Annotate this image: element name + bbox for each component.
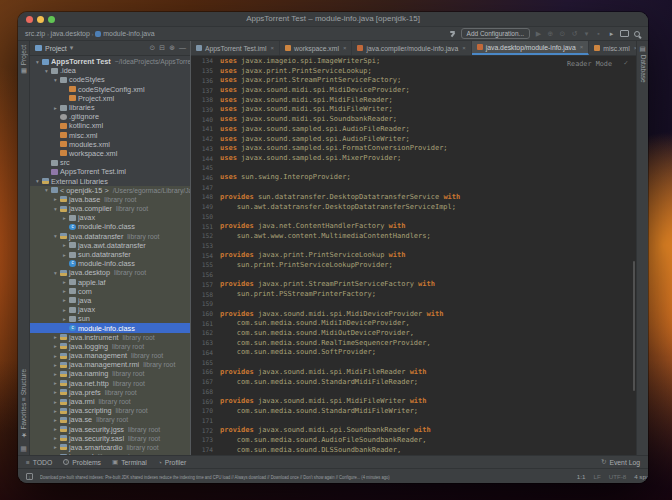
- code-line[interactable]: 171: [191, 416, 636, 426]
- tree-item[interactable]: ▸java.net.httplibrary root: [30, 379, 190, 388]
- code-line[interactable]: 138uses javax.sound.midi.spi.MidiFileRea…: [191, 95, 636, 105]
- run-anything-icon[interactable]: ▸: [607, 30, 616, 38]
- tree-collapsed-arrow-icon[interactable]: ▸: [61, 279, 68, 285]
- tree-collapsed-arrow-icon[interactable]: ▸: [52, 426, 59, 432]
- tree-item[interactable]: ▸sun: [30, 314, 190, 323]
- tree-collapsed-arrow-icon[interactable]: ▸: [61, 316, 68, 322]
- tree-item[interactable]: ▸apple.laf: [30, 278, 190, 287]
- code-line[interactable]: 172provides javax.sound.midi.spi.Soundba…: [191, 425, 636, 435]
- tree-collapsed-arrow-icon[interactable]: ▸: [61, 307, 68, 313]
- code-line[interactable]: 140uses javax.sound.midi.spi.SoundbankRe…: [191, 114, 636, 124]
- tree-item[interactable]: ▸java.security.jgsslibrary root: [30, 425, 190, 434]
- tree-item[interactable]: ▸libraries: [30, 103, 190, 112]
- tree-item[interactable]: ▸java.smartcardiolibrary root: [30, 443, 190, 452]
- editor-scrollbar[interactable]: [633, 261, 636, 391]
- status-segment[interactable]: LF: [593, 473, 600, 480]
- rerun-icon[interactable]: ↺: [570, 30, 579, 38]
- tree-item[interactable]: ▾java.compilerlibrary root: [30, 204, 190, 213]
- code-line[interactable]: 169provides javax.sound.midi.spi.MidiFil…: [191, 396, 636, 406]
- coverage-icon[interactable]: ⊙: [558, 30, 567, 38]
- tree-item[interactable]: cmodule-info.class: [30, 259, 190, 268]
- breadcrumb-item[interactable]: src.zip: [25, 30, 45, 37]
- tree-collapsed-arrow-icon[interactable]: ▸: [52, 389, 59, 395]
- code-line[interactable]: 160provides javax.sound.midi.spi.MidiDev…: [191, 309, 636, 319]
- status-segment[interactable]: UTF-8: [609, 473, 627, 480]
- code-line[interactable]: 164 com.sun.media.sound.SoftProvider;: [191, 348, 636, 358]
- status-segment[interactable]: 1:1: [577, 473, 586, 480]
- tree-collapsed-arrow-icon[interactable]: ▸: [52, 334, 59, 340]
- tree-collapsed-arrow-icon[interactable]: ▸: [52, 417, 59, 423]
- tree-item[interactable]: AppsTorrent Test.iml: [30, 167, 190, 176]
- breadcrumb-item[interactable]: module-info.java: [95, 30, 154, 37]
- tree-item[interactable]: .gitignore: [30, 112, 190, 121]
- code-line[interactable]: 174 com.sun.media.sound.DLSSoundbankRead…: [191, 445, 636, 455]
- code-line[interactable]: 167 com.sun.media.sound.StandardMidiFile…: [191, 377, 636, 387]
- code-line[interactable]: 156: [191, 270, 636, 280]
- code-line[interactable]: 173 com.sun.media.sound.AudioFileSoundba…: [191, 435, 636, 445]
- tree-collapsed-arrow-icon[interactable]: ▸: [61, 288, 68, 294]
- run-icon[interactable]: ▶: [534, 30, 543, 38]
- tree-item[interactable]: ▾< openjdk-15 >/Users/egormac/Library/Ja…: [30, 186, 190, 195]
- shared-indexes-icon[interactable]: ↓: [26, 473, 33, 480]
- editor-tab[interactable]: misc.xml×: [589, 41, 636, 55]
- sidebar-item-favorites-structure[interactable]: ★ Favorites ≡ Structure: [20, 365, 28, 443]
- code-line[interactable]: 150: [191, 212, 636, 222]
- tree-expanded-arrow-icon[interactable]: ▾: [52, 270, 59, 276]
- tree-item[interactable]: ▸java: [30, 296, 190, 305]
- problems-button[interactable]: !Problems: [63, 458, 101, 466]
- layout-icon[interactable]: [620, 30, 629, 37]
- code-line[interactable]: 136uses javax.print.StreamPrintServiceFa…: [191, 75, 636, 85]
- breadcrumb-item[interactable]: java.desktop: [51, 30, 90, 37]
- code-line[interactable]: 162 com.sun.media.sound.MidiOutDevicePro…: [191, 328, 636, 338]
- tree-collapsed-arrow-icon[interactable]: ▸: [52, 371, 59, 377]
- hide-icon[interactable]: —: [179, 44, 186, 52]
- tree-item[interactable]: cmodule-info.class: [30, 323, 190, 332]
- tree-expanded-arrow-icon[interactable]: ▾: [43, 68, 50, 74]
- editor-tab[interactable]: workspace.xml×: [280, 41, 352, 55]
- settings-icon[interactable]: ⊛: [169, 44, 175, 52]
- tree-item[interactable]: ▸javax: [30, 305, 190, 314]
- tree-item[interactable]: Project.xml: [30, 94, 190, 103]
- tab-close-icon[interactable]: ×: [462, 45, 466, 51]
- code-line[interactable]: 166provides javax.sound.midi.spi.MidiFil…: [191, 367, 636, 377]
- tree-collapsed-arrow-icon[interactable]: ▸: [52, 343, 59, 349]
- debug-icon[interactable]: ⊕: [546, 30, 555, 38]
- stop-icon[interactable]: ▪: [594, 30, 603, 37]
- tree-item[interactable]: ▸java.management.rmilibrary root: [30, 360, 190, 369]
- tab-close-icon[interactable]: ×: [343, 45, 347, 51]
- code-line[interactable]: 147: [191, 182, 636, 192]
- code-line[interactable]: 141uses javax.sound.sampled.spi.AudioFil…: [191, 124, 636, 134]
- tree-collapsed-arrow-icon[interactable]: ▸: [52, 399, 59, 405]
- code-line[interactable]: 158 sun.print.PSStreamPrinterFactory;: [191, 289, 636, 299]
- tree-item[interactable]: ▸java.logginglibrary root: [30, 342, 190, 351]
- tree-expanded-arrow-icon[interactable]: ▾: [52, 233, 59, 239]
- editor-tab[interactable]: AppsTorrent Test.iml×: [191, 41, 280, 55]
- event-log-button[interactable]: ↻ Event Log: [601, 458, 640, 466]
- code-line[interactable]: 153: [191, 241, 636, 251]
- todo-button[interactable]: ≡TODO: [26, 458, 52, 466]
- maximize-window-button[interactable]: [48, 16, 55, 23]
- tree-collapsed-arrow-icon[interactable]: ▸: [52, 444, 59, 450]
- tree-collapsed-arrow-icon[interactable]: ▸: [52, 362, 59, 368]
- code-line[interactable]: 159: [191, 299, 636, 309]
- code-line[interactable]: 155 sun.print.PrintServiceLookupProvider…: [191, 260, 636, 270]
- tree-item[interactable]: codeStyleConfig.xml: [30, 85, 190, 94]
- tree-collapsed-arrow-icon[interactable]: ▸: [52, 435, 59, 441]
- project-toolwindow-header[interactable]: Project ▾ ⊙⊟⊛—: [30, 41, 190, 56]
- tree-collapsed-arrow-icon[interactable]: ▸: [61, 297, 68, 303]
- tree-item[interactable]: ▾codeStyles: [30, 75, 190, 84]
- tree-collapsed-arrow-icon[interactable]: ▸: [61, 242, 68, 248]
- code-line[interactable]: 149 sun.awt.datatransfer.DesktopDatatran…: [191, 202, 636, 212]
- code-line[interactable]: 168: [191, 386, 636, 396]
- tree-item[interactable]: ▸java.naminglibrary root: [30, 369, 190, 378]
- tab-close-icon[interactable]: ×: [580, 44, 584, 50]
- tree-item[interactable]: ▸java.instrumentlibrary root: [30, 333, 190, 342]
- terminal-button[interactable]: ▣Terminal: [112, 458, 147, 466]
- tree-expanded-arrow-icon[interactable]: ▾: [43, 187, 50, 193]
- code-line[interactable]: 165: [191, 357, 636, 367]
- tree-item[interactable]: cmodule-info.class: [30, 222, 190, 231]
- tree-item[interactable]: ▸java.selibrary root: [30, 415, 190, 424]
- tree-collapsed-arrow-icon[interactable]: ▸: [52, 353, 59, 359]
- code-line[interactable]: 144uses javax.sound.sampled.spi.MixerPro…: [191, 153, 636, 163]
- tree-item[interactable]: misc.xml: [30, 131, 190, 140]
